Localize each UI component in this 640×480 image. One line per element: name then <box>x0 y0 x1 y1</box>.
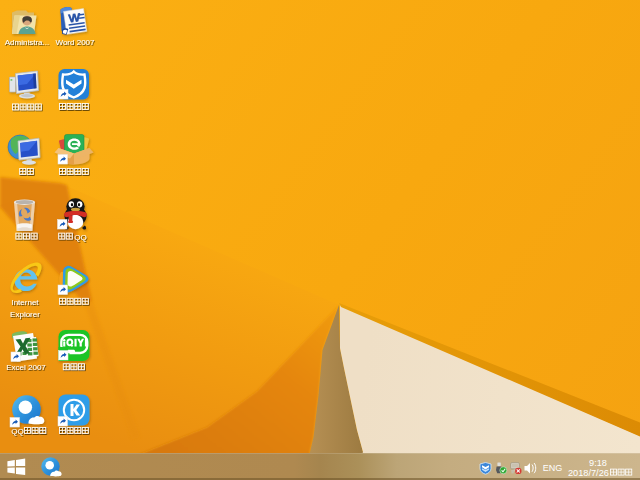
svg-text:9:18: 9:18 <box>589 458 607 468</box>
svg-text:QQ: QQ <box>11 427 23 436</box>
svg-text:Explorer: Explorer <box>10 310 40 319</box>
svg-text:2018/7/26: 2018/7/26 <box>568 468 609 478</box>
svg-text:Internet: Internet <box>11 298 39 307</box>
svg-text:Administra...: Administra... <box>5 38 49 47</box>
svg-text:ENG: ENG <box>543 463 563 473</box>
svg-text:Word 2007: Word 2007 <box>56 38 96 47</box>
svg-text:QQ: QQ <box>74 233 86 242</box>
svg-text:Excel 2007: Excel 2007 <box>6 363 46 372</box>
